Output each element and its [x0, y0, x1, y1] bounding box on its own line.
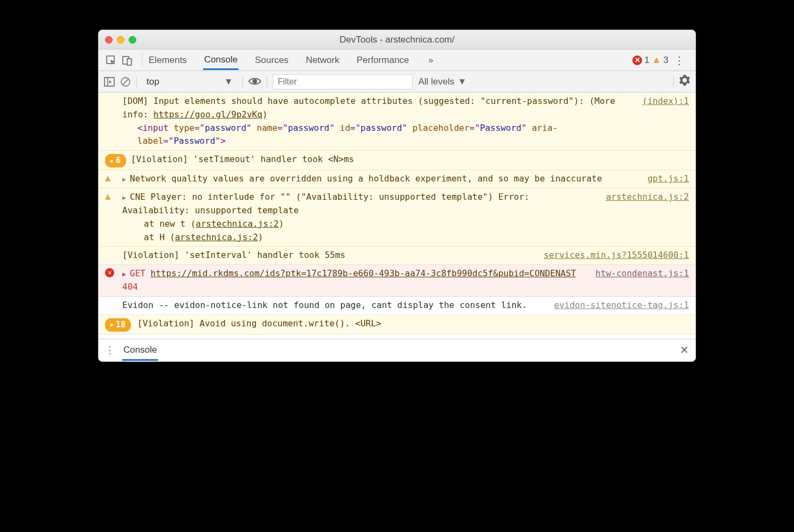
log-entry[interactable]: ▲ ▶Network quality values are overridden…: [99, 170, 695, 188]
log-message: Evidon -- evidon-notice-link not found o…: [122, 299, 546, 312]
warning-count: 3: [664, 55, 668, 66]
log-levels-selector[interactable]: All levels ▼: [418, 76, 466, 87]
expand-icon[interactable]: ▶: [122, 269, 129, 279]
tab-network[interactable]: Network: [305, 51, 340, 70]
tab-sources[interactable]: Sources: [254, 51, 289, 70]
context-value: top: [147, 76, 159, 87]
gutter: [105, 299, 122, 312]
warning-count-icon: ▲: [652, 54, 661, 66]
console-log-area: [DOM] Input elements should have autocom…: [99, 93, 695, 334]
error-count: 1: [644, 55, 649, 66]
gutter: 18: [105, 317, 131, 332]
stack-link[interactable]: arstechnica.js:2: [175, 232, 258, 242]
error-icon: ✕: [105, 268, 114, 277]
log-source[interactable]: services.min.js?1555014600:1: [544, 249, 689, 262]
drawer-menu-button[interactable]: ⋮: [105, 344, 122, 356]
warning-icon: ▲: [105, 192, 115, 201]
drawer-tab-console[interactable]: Console: [122, 340, 158, 361]
svg-point-7: [253, 79, 257, 83]
tab-performance[interactable]: Performance: [356, 51, 410, 70]
gutter: [105, 249, 122, 262]
log-entry[interactable]: 6 [Violation] 'setTimeout' handler took …: [99, 151, 695, 170]
log-entry[interactable]: [DOM] Input elements should have autocom…: [99, 93, 695, 151]
log-message: ▶Network quality values are overridden u…: [122, 172, 639, 186]
filter-input[interactable]: [273, 74, 413, 89]
expand-icon[interactable]: ▶: [122, 193, 129, 203]
device-toolbar-icon[interactable]: [120, 53, 134, 67]
separator: [673, 76, 674, 88]
console-toolbar: top ▼ All levels ▼: [99, 71, 695, 93]
log-source[interactable]: gpt.js:1: [647, 172, 689, 186]
tab-elements[interactable]: Elements: [148, 51, 188, 70]
dropdown-icon: ▼: [224, 76, 233, 87]
log-message: [Violation] Avoid using document.write()…: [131, 317, 689, 332]
main-tabbar: Elements Console Sources Network Perform…: [99, 50, 695, 71]
spacer: [99, 334, 695, 339]
tab-console[interactable]: Console: [203, 50, 239, 70]
gutter: [105, 95, 122, 148]
log-message: [Violation] 'setInterval' handler took 5…: [122, 249, 535, 262]
drawer: ⋮ Console ✕: [99, 339, 695, 361]
sidebar-toggle-icon[interactable]: [104, 77, 115, 87]
separator: [136, 76, 137, 88]
panel-tabs: Elements Console Sources Network Perform…: [148, 50, 632, 70]
gutter: ▲: [105, 191, 122, 244]
log-message: ▶CNE Player: no interlude for "" ("Avail…: [122, 191, 597, 244]
log-source[interactable]: arstechnica.js:2: [606, 191, 689, 204]
tabs-overflow-button[interactable]: »: [428, 55, 433, 65]
levels-label: All levels: [418, 76, 454, 87]
stack-link[interactable]: arstechnica.js:2: [196, 219, 278, 229]
log-entry[interactable]: [Violation] 'setInterval' handler took 5…: [99, 247, 695, 265]
devtools-window: DevTools - arstechnica.com/ Elements Con…: [98, 30, 696, 362]
console-settings-icon[interactable]: [679, 75, 690, 88]
context-selector[interactable]: top ▼: [142, 75, 237, 88]
dropdown-icon: ▼: [458, 76, 467, 87]
gutter: ✕: [105, 267, 122, 294]
log-entry[interactable]: 18 [Violation] Avoid using document.writ…: [99, 315, 695, 334]
svg-rect-2: [127, 59, 131, 65]
expand-icon[interactable]: ▶: [122, 174, 129, 185]
separator: [142, 54, 142, 67]
status-code: 404: [122, 282, 138, 292]
log-message: ▶GET https://mid.rkdms.com/ids?ptk=17c17…: [122, 267, 587, 294]
error-warning-counts[interactable]: ✕ 1 ▲ 3: [632, 54, 668, 66]
gutter: ▲: [105, 172, 122, 186]
warning-icon: ▲: [105, 173, 115, 183]
repeat-count-badge: 18: [105, 318, 131, 332]
separator: [242, 76, 243, 88]
log-entry[interactable]: Evidon -- evidon-notice-link not found o…: [99, 297, 695, 315]
svg-line-6: [122, 79, 129, 85]
titlebar: DevTools - arstechnica.com/: [99, 30, 695, 50]
error-count-icon: ✕: [632, 55, 642, 65]
log-code: <input type="password" name="password" i…: [122, 122, 633, 149]
drawer-close-button[interactable]: ✕: [680, 344, 689, 356]
log-entry[interactable]: ✕ ▶GET https://mid.rkdms.com/ids?ptk=17c…: [99, 265, 695, 297]
log-message: [DOM] Input elements should have autocom…: [122, 95, 633, 148]
log-entry[interactable]: ▲ ▶CNE Player: no interlude for "" ("Ava…: [99, 188, 695, 247]
log-text: ): [262, 109, 268, 120]
clear-console-icon[interactable]: [120, 76, 131, 87]
log-source[interactable]: (index):1: [642, 95, 689, 108]
log-link[interactable]: https://mid.rkdms.com/ids?ptk=17c1789b-e…: [151, 268, 576, 278]
inspect-element-icon[interactable]: [104, 53, 118, 67]
log-link[interactable]: https://goo.gl/9p2vKq: [154, 109, 262, 120]
live-expression-icon[interactable]: [248, 75, 261, 89]
main-menu-button[interactable]: ⋮: [668, 54, 690, 67]
window-title: DevTools - arstechnica.com/: [99, 34, 695, 45]
log-source[interactable]: evidon-sitenotice-tag.js:1: [554, 299, 689, 312]
gutter: 6: [105, 153, 122, 167]
separator: [267, 76, 267, 88]
log-source[interactable]: htw-condenast.js:1: [596, 267, 689, 281]
log-message: [Violation] 'setTimeout' handler took <N…: [122, 153, 689, 167]
